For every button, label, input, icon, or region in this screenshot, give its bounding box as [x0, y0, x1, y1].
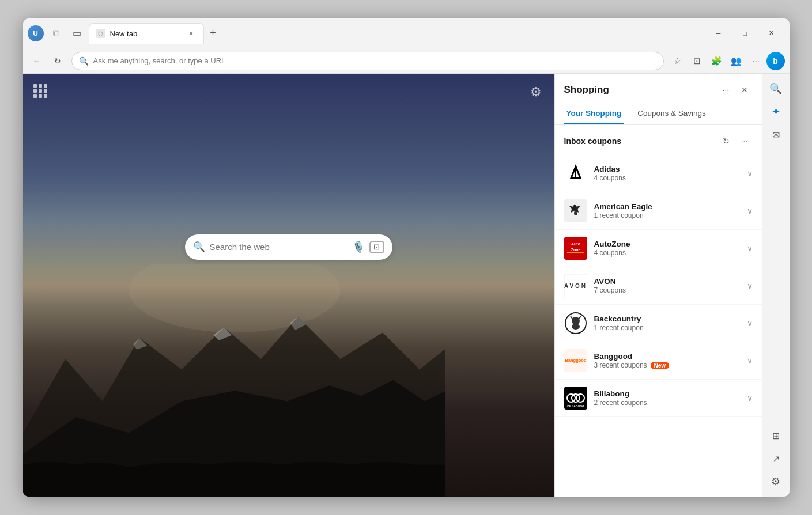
backcountry-name: Backcountry — [594, 315, 740, 323]
coupon-item-autozone[interactable]: Auto Zone AutoZone 4 coupons ∨ — [555, 230, 762, 267]
tab-close-btn[interactable]: ✕ — [186, 28, 197, 39]
coupon-item-billabong[interactable]: BILLABONG Billabong 2 recent coupons ∨ — [555, 380, 762, 417]
panel-more-btn[interactable]: ··· — [718, 82, 734, 98]
mail-sidebar-btn[interactable]: ✉ — [765, 124, 786, 145]
browser-background: ⚙ — [23, 74, 554, 497]
svg-rect-21 — [565, 403, 587, 404]
browser-window: U ⧉ ▭ ⬡ New tab ✕ + ─ □ ✕ ← ↻ 🔍 — [23, 18, 790, 497]
new-tab-button[interactable]: + — [205, 25, 221, 41]
american-eagle-sub: 1 recent coupon — [594, 211, 740, 219]
url-bar[interactable]: 🔍 — [71, 52, 664, 70]
tab-your-shopping[interactable]: Your Shopping — [564, 103, 624, 124]
grid-dot — [39, 89, 42, 93]
toolbar-icons: ☆ ⊡ 🧩 👥 ··· b — [669, 52, 785, 70]
tab-coupons-savings[interactable]: Coupons & Savings — [635, 103, 708, 124]
more-btn[interactable]: ··· — [747, 52, 765, 70]
copilot-sidebar-btn[interactable]: ✦ — [765, 101, 786, 122]
inbox-header-icons: ↻ ··· — [718, 133, 753, 149]
chevron-down-icon: ∨ — [747, 319, 753, 328]
avon-sub: 7 coupons — [594, 286, 740, 294]
adidas-name: Adidas — [594, 165, 740, 173]
avon-name: AVON — [594, 277, 740, 286]
settings-icon[interactable]: ⚙ — [527, 83, 545, 101]
billabong-logo: BILLABONG — [564, 387, 587, 410]
grid-dot — [33, 84, 37, 88]
tab-manager-btn[interactable]: ⧉ — [47, 24, 66, 43]
svg-text:Auto: Auto — [571, 242, 580, 246]
far-right-bar: 🔍 ✦ ✉ ⊞ ↗ ⚙ — [762, 74, 790, 497]
chevron-down-icon: ∨ — [747, 281, 753, 290]
coupon-item-adidas[interactable]: Adidas 4 coupons ∨ — [555, 155, 762, 192]
new-tab-search-bar[interactable]: 🔍 🎙️ ⊡ — [185, 234, 392, 260]
browser-tab-new[interactable]: ⬡ New tab ✕ — [89, 23, 204, 44]
grid-dot — [44, 94, 47, 98]
close-btn[interactable]: ✕ — [758, 25, 785, 42]
autozone-logo: Auto Zone — [564, 237, 587, 260]
grid-dot — [33, 94, 37, 98]
svg-text:Banggood: Banggood — [565, 358, 586, 363]
avon-logo: AVON — [564, 274, 587, 297]
shopping-sidebar: Shopping ··· ✕ Your Shopping Coupons & S… — [554, 74, 762, 497]
settings-sidebar-btn[interactable]: ⚙ — [765, 471, 786, 492]
banggood-info: Banggood 3 recent coupons New — [594, 352, 740, 369]
grid-dot — [33, 89, 37, 93]
autozone-sub: 4 coupons — [594, 249, 740, 257]
minimize-btn[interactable]: ─ — [705, 25, 732, 42]
maximize-btn[interactable]: □ — [732, 25, 758, 42]
american-eagle-info: American Eagle 1 recent coupon — [594, 202, 740, 219]
vertical-tabs-btn[interactable]: ▭ — [68, 24, 86, 43]
back-btn[interactable]: ← — [28, 52, 46, 70]
shopping-panel: Shopping ··· ✕ Your Shopping Coupons & S… — [555, 74, 762, 497]
coupon-item-avon[interactable]: AVON AVON 7 coupons ∨ — [555, 267, 762, 305]
url-input[interactable] — [93, 56, 656, 65]
grid-dot — [39, 84, 42, 88]
inbox-title: Inbox coupons — [564, 137, 718, 146]
new-tab-search-input[interactable] — [210, 242, 348, 252]
svg-rect-9 — [567, 252, 584, 253]
banggood-name: Banggood — [594, 352, 740, 361]
refresh-coupons-btn[interactable]: ↻ — [718, 133, 734, 149]
chevron-down-icon: ∨ — [747, 169, 753, 178]
tab-favicon: ⬡ — [96, 29, 105, 38]
external-link-btn[interactable]: ↗ — [765, 448, 786, 469]
grid-dot — [39, 94, 42, 98]
refresh-btn[interactable]: ↻ — [48, 52, 67, 70]
split-screen-btn[interactable]: ⊡ — [688, 52, 707, 70]
chevron-down-icon: ∨ — [747, 244, 753, 253]
split-view-btn[interactable]: ⊞ — [765, 425, 786, 446]
svg-text:AVON: AVON — [564, 283, 587, 289]
banggood-sub: 3 recent coupons New — [594, 361, 740, 369]
chevron-down-icon: ∨ — [747, 393, 753, 403]
panel-close-btn[interactable]: ✕ — [737, 82, 753, 98]
apps-grid-icon[interactable] — [33, 84, 47, 98]
svg-text:BILLABONG: BILLABONG — [567, 404, 584, 408]
content-area: ⚙ — [23, 74, 790, 497]
coupon-item-backcountry[interactable]: Backcountry 1 recent coupon ∨ — [555, 305, 762, 342]
mountain-silhouette — [23, 264, 446, 497]
svg-point-13 — [572, 317, 580, 325]
svg-text:Zone: Zone — [571, 248, 580, 252]
adidas-info: Adidas 4 coupons — [594, 165, 740, 182]
panel-header: Shopping ··· ✕ — [555, 74, 762, 103]
coupon-item-banggood[interactable]: Banggood Banggood 3 recent coupons New ∨ — [555, 342, 762, 380]
coupon-item-american-eagle[interactable]: American Eagle 1 recent coupon ∨ — [555, 192, 762, 230]
panel-content: Inbox coupons ↻ ··· — [555, 125, 762, 497]
autozone-info: AutoZone 4 coupons — [594, 240, 740, 257]
camera-icon[interactable]: ⊡ — [369, 241, 384, 253]
search-sidebar-btn[interactable]: 🔍 — [765, 78, 786, 99]
adidas-sub: 4 coupons — [594, 174, 740, 182]
profile-avatar[interactable]: U — [28, 25, 44, 41]
search-icon: 🔍 — [193, 241, 205, 253]
svg-point-14 — [572, 324, 580, 330]
copilot-btn[interactable]: 👥 — [727, 52, 746, 70]
window-controls: ─ □ ✕ — [705, 25, 785, 42]
billabong-info: Billabong 2 recent coupons — [594, 389, 740, 407]
inbox-section-header: Inbox coupons ↻ ··· — [555, 125, 762, 155]
tab-label: New tab — [110, 29, 182, 38]
inbox-more-btn[interactable]: ··· — [737, 133, 753, 149]
american-eagle-logo — [564, 199, 587, 222]
extensions-btn[interactable]: 🧩 — [708, 52, 726, 70]
bing-btn[interactable]: b — [766, 52, 785, 70]
favorites-btn[interactable]: ☆ — [669, 52, 687, 70]
microphone-icon[interactable]: 🎙️ — [352, 241, 365, 253]
